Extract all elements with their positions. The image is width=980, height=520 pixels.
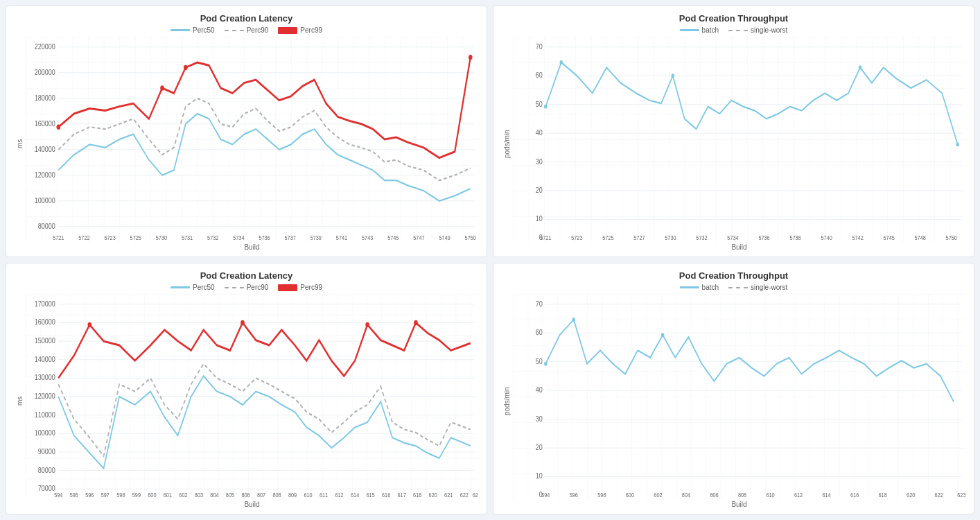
legend-bl-perc90-label: Perc90 xyxy=(247,284,269,291)
svg-text:5723: 5723 xyxy=(104,234,115,241)
svg-text:805: 805 xyxy=(226,491,234,499)
svg-text:200000: 200000 xyxy=(35,67,55,77)
svg-point-145 xyxy=(572,318,576,322)
svg-text:50: 50 xyxy=(536,98,543,108)
svg-point-19 xyxy=(184,65,188,70)
dashboard: Pod Creation Latency Perc50 Perc90 Perc9… xyxy=(0,0,980,520)
chart-top-right-ylabel: pods/min xyxy=(502,37,511,251)
svg-text:600: 600 xyxy=(148,491,156,499)
svg-point-144 xyxy=(544,362,548,366)
svg-rect-38 xyxy=(513,37,965,242)
svg-text:50: 50 xyxy=(536,356,543,365)
svg-text:30: 30 xyxy=(536,156,543,166)
chart-bottom-left-area: ms 170000 160000 150000 140000 xyxy=(15,294,478,508)
svg-text:60: 60 xyxy=(536,70,543,80)
chart-bottom-right-title: Pod Creation Throughput xyxy=(679,270,788,281)
legend-perc90-line xyxy=(225,30,244,31)
svg-text:620: 620 xyxy=(429,491,437,499)
svg-text:623: 623 xyxy=(957,491,965,499)
svg-text:611: 611 xyxy=(320,491,328,499)
svg-text:5745: 5745 xyxy=(387,234,399,241)
svg-text:100000: 100000 xyxy=(35,196,55,205)
legend-br-batch-label: batch xyxy=(702,284,719,291)
svg-text:5730: 5730 xyxy=(665,234,676,241)
legend-single-worst: single-worst xyxy=(728,26,787,34)
legend-bl-perc50-line xyxy=(170,286,190,288)
svg-text:5740: 5740 xyxy=(821,234,832,241)
svg-text:170000: 170000 xyxy=(35,299,55,309)
chart-top-right-svg: 70 60 50 40 30 20 10 0 xyxy=(513,37,965,242)
svg-text:5742: 5742 xyxy=(852,234,864,241)
svg-text:807: 807 xyxy=(257,491,265,499)
chart-top-right-legend: batch single-worst xyxy=(680,26,788,34)
svg-text:90000: 90000 xyxy=(38,447,55,456)
svg-text:40: 40 xyxy=(536,128,543,137)
chart-top-left-inner: 220000 200000 180000 160000 140000 12000… xyxy=(26,37,478,251)
svg-text:614: 614 xyxy=(351,491,359,499)
chart-top-left-legend: Perc50 Perc90 Perc99 xyxy=(170,26,322,34)
svg-text:595: 595 xyxy=(70,491,78,499)
legend-single-worst-label: single-worst xyxy=(751,26,787,34)
svg-point-18 xyxy=(160,85,164,90)
legend-single-worst-line xyxy=(728,30,748,31)
svg-text:5722: 5722 xyxy=(78,234,89,241)
svg-text:618: 618 xyxy=(879,491,887,499)
svg-text:804: 804 xyxy=(210,491,218,499)
legend-perc99-line xyxy=(278,27,297,34)
legend-batch-label: batch xyxy=(702,26,719,34)
svg-text:180000: 180000 xyxy=(35,93,55,103)
svg-text:5734: 5734 xyxy=(233,234,244,241)
chart-top-right-title: Pod Creation Throughput xyxy=(679,13,788,24)
svg-text:70000: 70000 xyxy=(38,483,55,493)
legend-perc50: Perc50 xyxy=(170,26,215,34)
svg-rect-0 xyxy=(26,37,478,242)
svg-point-57 xyxy=(859,65,862,69)
svg-text:5743: 5743 xyxy=(362,234,373,241)
svg-text:160000: 160000 xyxy=(35,119,55,128)
svg-point-99 xyxy=(414,320,418,325)
svg-text:617: 617 xyxy=(398,491,406,499)
chart-bottom-left: Pod Creation Latency Perc50 Perc90 Perc9… xyxy=(6,263,487,514)
svg-text:622: 622 xyxy=(460,491,469,499)
svg-text:10: 10 xyxy=(536,214,543,223)
chart-bottom-left-xlabel: Build xyxy=(26,501,478,508)
svg-text:598: 598 xyxy=(597,491,606,499)
svg-text:5721: 5721 xyxy=(53,234,64,241)
svg-rect-128 xyxy=(513,294,965,499)
legend-br-single-worst-label: single-worst xyxy=(751,284,787,291)
chart-top-right: Pod Creation Throughput batch single-wor… xyxy=(493,6,974,257)
legend-bl-perc90-line xyxy=(225,287,244,288)
svg-text:5749: 5749 xyxy=(439,234,450,241)
svg-text:806: 806 xyxy=(241,491,250,499)
legend-br-single-worst-line xyxy=(728,287,748,288)
svg-text:5732: 5732 xyxy=(207,234,218,241)
legend-batch: batch xyxy=(680,26,719,34)
svg-text:5732: 5732 xyxy=(696,234,707,241)
legend-perc99: Perc99 xyxy=(278,26,322,34)
legend-perc50-line xyxy=(170,29,190,31)
legend-perc99-label: Perc99 xyxy=(300,26,322,34)
svg-text:596: 596 xyxy=(85,491,94,499)
svg-point-56 xyxy=(672,73,675,78)
svg-point-55 xyxy=(560,60,563,64)
svg-text:160000: 160000 xyxy=(35,317,55,327)
svg-text:5736: 5736 xyxy=(259,234,270,241)
svg-text:60: 60 xyxy=(536,327,543,337)
svg-text:5738: 5738 xyxy=(789,234,800,241)
chart-bottom-left-inner: 170000 160000 150000 140000 130000 12000… xyxy=(26,294,478,508)
svg-text:602: 602 xyxy=(179,491,187,499)
svg-text:5745: 5745 xyxy=(884,234,895,241)
svg-text:150000: 150000 xyxy=(35,336,55,345)
chart-bottom-left-svg: 170000 160000 150000 140000 130000 12000… xyxy=(26,294,478,499)
legend-bl-perc50-label: Perc50 xyxy=(193,284,215,291)
svg-text:623: 623 xyxy=(473,491,478,499)
svg-text:616: 616 xyxy=(850,491,859,499)
legend-bl-perc99: Perc99 xyxy=(278,284,322,291)
svg-text:110000: 110000 xyxy=(35,409,55,419)
svg-text:616: 616 xyxy=(382,491,390,499)
svg-text:5750: 5750 xyxy=(465,234,476,241)
svg-text:5739: 5739 xyxy=(310,234,322,241)
svg-text:615: 615 xyxy=(367,491,375,499)
svg-text:20: 20 xyxy=(536,442,543,452)
legend-bl-perc90: Perc90 xyxy=(225,284,269,291)
